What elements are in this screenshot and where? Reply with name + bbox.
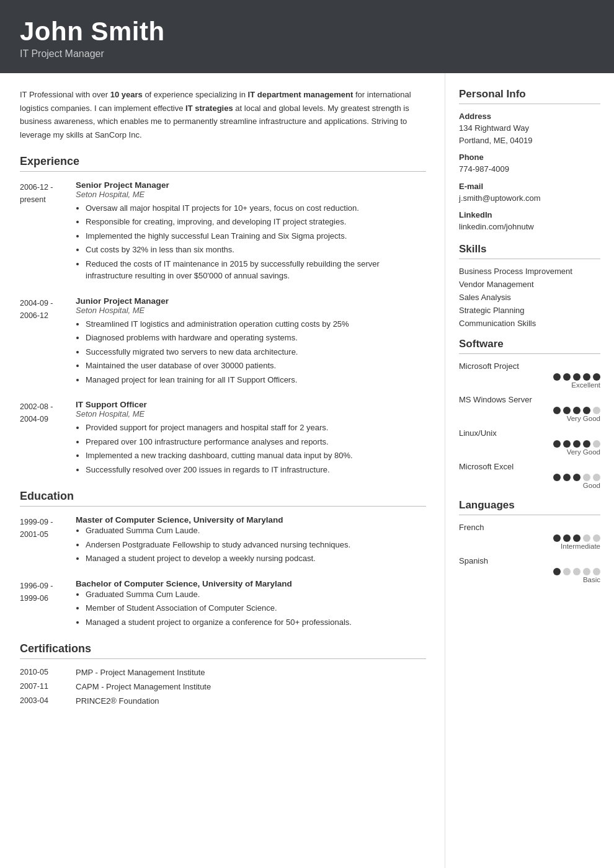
bullet: Diagnosed problems with hardware and ope…	[86, 332, 426, 344]
edu-dates-2: 1996-09 - 1999-06	[20, 579, 76, 631]
candidate-name: John Smith	[20, 17, 594, 46]
exp-content-2: Junior Project Manager Seton Hospital, M…	[76, 296, 426, 388]
software-name-2: Linux/Unix	[459, 428, 600, 438]
edu-bullets-1: Graduated Summa Cum Laude. Andersen Post…	[76, 525, 426, 565]
bullet: Cut costs by 32% in less than six months…	[86, 244, 426, 256]
language-name-0: French	[459, 523, 600, 532]
cert-item-2: 2007-11 CAPM - Project Management Instit…	[20, 682, 426, 691]
dot	[553, 440, 561, 448]
summary-text: IT Professional with over 10 years of ex…	[20, 88, 426, 141]
software-item-3: Microsoft Excel Good	[459, 462, 600, 489]
personal-info-address: Address 134 Rightward WayPortland, ME, 0…	[459, 112, 600, 146]
lang-dots-row-0	[459, 534, 600, 542]
software-name-0: Microsoft Project	[459, 361, 600, 371]
skills-title: Skills	[459, 243, 600, 259]
bullet: Successfully resolved over 200 issues in…	[86, 464, 426, 476]
dot	[553, 474, 561, 481]
dot	[573, 534, 581, 542]
edu-bullets-2: Graduated Summa Cum Laude. Member of Stu…	[76, 588, 426, 629]
bullet: Oversaw all major hospital IT projects f…	[86, 202, 426, 215]
dot	[553, 534, 561, 542]
skill-item-1: Vendor Management	[459, 280, 600, 289]
dot	[573, 568, 581, 575]
dot	[563, 407, 571, 414]
bullet: Andersen Postgraduate Fellowship to stud…	[86, 539, 426, 551]
edu-dates-1: 1999-09 - 2001-05	[20, 515, 76, 567]
software-name-3: Microsoft Excel	[459, 462, 600, 471]
cert-name-3: PRINCE2® Foundation	[76, 696, 159, 706]
edu-content-2: Bachelor of Computer Science, University…	[76, 579, 426, 631]
languages-title: Languages	[459, 499, 600, 515]
cert-name-2: CAPM - Project Management Institute	[76, 682, 211, 691]
exp-dates-3: 2002-08 - 2004-09	[20, 400, 76, 477]
experience-item-3: 2002-08 - 2004-09 IT Support Officer Set…	[20, 400, 426, 477]
certifications-section: Certifications 2010-05 PMP - Project Man…	[20, 642, 426, 706]
dot	[563, 568, 571, 575]
bullet: Streamlined IT logistics and administrat…	[86, 318, 426, 330]
dot	[553, 568, 561, 575]
dot	[573, 373, 581, 381]
resume-header: John Smith IT Project Manager	[0, 0, 614, 73]
job-bullets-2: Streamlined IT logistics and administrat…	[76, 318, 426, 386]
dot	[563, 534, 571, 542]
cert-item-1: 2010-05 PMP - Project Management Institu…	[20, 668, 426, 677]
candidate-title: IT Project Manager	[20, 48, 594, 60]
dot	[573, 407, 581, 414]
company-1: Seton Hospital, ME	[76, 190, 426, 199]
dot	[553, 407, 561, 414]
dots-row-1	[459, 407, 600, 414]
software-title: Software	[459, 338, 600, 354]
education-section: Education 1999-09 - 2001-05 Master of Co…	[20, 490, 426, 630]
education-item-1: 1999-09 - 2001-05 Master of Computer Sci…	[20, 515, 426, 567]
skill-item-0: Business Process Improvement	[459, 267, 600, 276]
bullet: Managed a student project to organize a …	[86, 616, 426, 629]
dot-label-0: Excellent	[459, 381, 600, 389]
personal-info-phone: Phone 774-987-4009	[459, 153, 600, 175]
company-3: Seton Hospital, ME	[76, 409, 426, 418]
dot-label-1: Very Good	[459, 415, 600, 422]
bullet: Managed a student project to develop a w…	[86, 552, 426, 565]
lang-dots-row-1	[459, 568, 600, 575]
dot	[553, 373, 561, 381]
bullet: Maintained the user database of over 300…	[86, 360, 426, 372]
language-item-0: French Intermediate	[459, 523, 600, 550]
bullet: Implemented a new tracking dashboard, cu…	[86, 450, 426, 462]
main-layout: IT Professional with over 10 years of ex…	[0, 73, 614, 868]
bullet: Reduced the costs of IT maintenance in 2…	[86, 258, 426, 282]
bullet: Implemented the highly successful Lean T…	[86, 230, 426, 242]
dot-label-2: Very Good	[459, 448, 600, 456]
job-title-1: Senior Project Manager	[76, 180, 426, 190]
personal-info-linkedin: LinkedIn linkedin.com/johnutw	[459, 210, 600, 233]
dots-row-3	[459, 474, 600, 481]
dot	[593, 373, 600, 381]
job-bullets-1: Oversaw all major hospital IT projects f…	[76, 202, 426, 282]
exp-dates-2: 2004-09 - 2006-12	[20, 296, 76, 388]
dot	[583, 373, 590, 381]
dot	[563, 373, 571, 381]
experience-item-1: 2006-12 - present Senior Project Manager…	[20, 180, 426, 284]
software-item-0: Microsoft Project Excellent	[459, 361, 600, 389]
dot	[593, 440, 600, 448]
dot	[583, 568, 590, 575]
bullet: Managed project for lean training for al…	[86, 374, 426, 386]
language-name-1: Spanish	[459, 556, 600, 565]
dot	[573, 440, 581, 448]
skill-item-4: Communication Skills	[459, 319, 600, 328]
exp-content-3: IT Support Officer Seton Hospital, ME Pr…	[76, 400, 426, 477]
job-title-3: IT Support Officer	[76, 400, 426, 409]
dot	[583, 474, 590, 481]
education-title: Education	[20, 490, 426, 507]
job-title-2: Junior Project Manager	[76, 296, 426, 306]
dot	[593, 568, 600, 575]
personal-info-email: E-mail j.smith@uptowork.com	[459, 182, 600, 205]
dot	[563, 440, 571, 448]
dot	[583, 534, 590, 542]
personal-info-title: Personal Info	[459, 88, 600, 104]
software-item-2: Linux/Unix Very Good	[459, 428, 600, 456]
cert-item-3: 2003-04 PRINCE2® Foundation	[20, 696, 426, 706]
experience-item-2: 2004-09 - 2006-12 Junior Project Manager…	[20, 296, 426, 388]
dot-label-3: Good	[459, 482, 600, 489]
bullet: Member of Student Association of Compute…	[86, 602, 426, 614]
dot	[573, 474, 581, 481]
bullet: Successfully migrated two servers to new…	[86, 346, 426, 358]
